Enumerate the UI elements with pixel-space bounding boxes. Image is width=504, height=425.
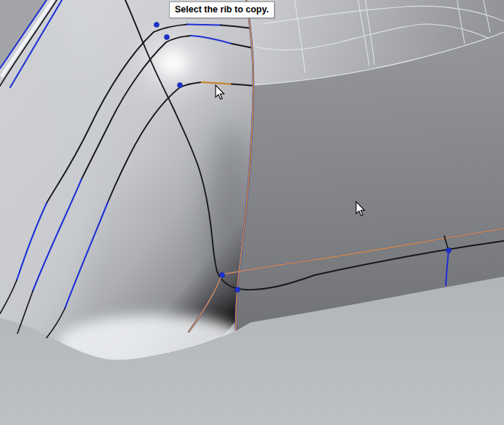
cv-dot[interactable] [165,35,170,40]
rib-1-right-blue[interactable] [187,25,221,25]
cv-dot[interactable] [220,273,225,278]
cad-viewport-window: Select the rib to copy. [0,0,504,425]
viewport-3d[interactable] [0,0,504,425]
cv-dot[interactable] [446,248,452,253]
cv-dot[interactable] [178,83,183,88]
cv-dot[interactable] [154,23,160,28]
selection-tooltip: Select the rib to copy. [169,1,275,18]
tooltip-text: Select the rib to copy. [175,4,269,15]
cv-dot[interactable] [235,287,240,293]
corner-specular-highlight [158,51,187,74]
left-surface-group [0,0,253,373]
